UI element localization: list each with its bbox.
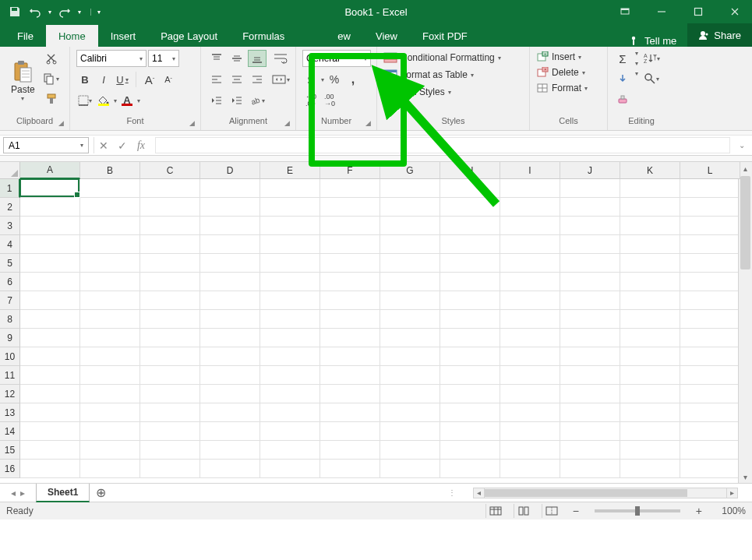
grow-font-button[interactable]: Aˆ [141,71,158,88]
tab-review[interactable]: ew [306,25,363,47]
format-painter-button[interactable] [43,90,60,107]
cell[interactable] [140,235,200,254]
cell[interactable] [80,460,140,478]
cell[interactable] [80,441,140,460]
cell[interactable] [20,254,80,273]
font-size-select[interactable]: 11▾ [148,50,179,67]
column-header[interactable]: B [80,162,140,179]
cell[interactable] [140,403,200,422]
cell[interactable] [680,235,740,254]
paste-button[interactable]: Paste ▾ [6,50,40,112]
cell[interactable] [260,273,320,291]
cell[interactable] [620,347,680,366]
align-middle-button[interactable] [228,50,246,67]
number-launcher-icon[interactable]: ◢ [365,119,375,129]
cell[interactable] [440,329,500,347]
cell[interactable] [380,273,440,291]
cell[interactable] [200,403,260,422]
row-header[interactable]: 5 [0,254,20,273]
cell[interactable] [500,254,560,273]
cell[interactable] [140,254,200,273]
cell[interactable] [440,347,500,366]
cell[interactable] [140,310,200,329]
column-header[interactable]: F [320,162,380,179]
cell[interactable] [20,329,80,347]
cell[interactable] [320,179,380,198]
cell[interactable] [200,217,260,235]
column-header[interactable]: K [620,162,680,179]
increase-indent-button[interactable] [228,92,246,109]
cell[interactable] [260,198,320,217]
scroll-right-icon[interactable]: ▸ [726,488,737,498]
align-left-button[interactable] [207,71,226,88]
cell[interactable] [80,366,140,385]
underline-button[interactable]: U▾ [114,71,131,88]
insert-cells-button[interactable]: + Insert ▾ [536,50,581,64]
cell[interactable] [260,460,320,478]
cell[interactable] [500,179,560,198]
cell[interactable] [320,347,380,366]
font-color-button[interactable]: A [118,92,136,109]
cell[interactable] [320,291,380,310]
cell[interactable] [680,441,740,460]
cell[interactable] [380,422,440,441]
cell[interactable] [560,422,620,441]
cell[interactable] [20,385,80,403]
cell[interactable] [440,291,500,310]
normal-view-button[interactable] [485,504,506,518]
column-header[interactable]: E [260,162,320,179]
cell[interactable] [260,403,320,422]
row-header[interactable]: 16 [0,460,20,478]
cell[interactable] [140,441,200,460]
share-button[interactable]: Share [687,23,752,47]
column-header[interactable]: H [440,162,500,179]
cell[interactable] [380,329,440,347]
cell[interactable] [80,291,140,310]
cell[interactable] [620,291,680,310]
fill-color-dropdown[interactable]: ▾ [114,97,117,104]
cell[interactable] [20,310,80,329]
cell[interactable] [380,385,440,403]
cell[interactable] [440,179,500,198]
expand-formula-bar-icon[interactable]: ⌄ [735,141,749,150]
page-break-view-button[interactable] [542,504,562,518]
cell[interactable] [260,254,320,273]
cell[interactable] [560,441,620,460]
row-header[interactable]: 7 [0,291,20,310]
cell[interactable] [500,291,560,310]
new-sheet-button[interactable]: ⊕ [90,485,111,500]
cell[interactable] [260,235,320,254]
cells-area[interactable] [20,179,740,478]
cell[interactable] [620,198,680,217]
cell[interactable] [680,385,740,403]
cell[interactable] [380,347,440,366]
cell[interactable] [260,385,320,403]
cell[interactable] [200,460,260,478]
zoom-out-button[interactable]: − [570,505,582,517]
cell[interactable] [500,217,560,235]
cell[interactable] [440,254,500,273]
autosum-dropdown[interactable]: ▾ [635,50,638,57]
cell[interactable] [560,403,620,422]
format-cells-button[interactable]: Format ▾ [536,81,588,95]
cell[interactable] [20,441,80,460]
cell[interactable] [320,441,380,460]
tab-home[interactable]: Home [46,25,98,47]
cell[interactable] [440,403,500,422]
tab-scroll-resizer[interactable]: ⋮ [448,488,456,497]
cell[interactable] [500,441,560,460]
cell[interactable] [440,273,500,291]
tab-formulas[interactable]: Formulas [230,25,306,47]
qat-customize-icon[interactable]: ▾ [90,9,101,16]
minimize-button[interactable] [644,0,679,23]
cell[interactable] [560,347,620,366]
cell[interactable] [320,329,380,347]
column-header[interactable]: I [500,162,560,179]
save-icon[interactable] [8,5,22,19]
cell[interactable] [320,198,380,217]
cell[interactable] [680,366,740,385]
cell[interactable] [320,422,380,441]
fill-button[interactable] [614,70,631,87]
autosum-button[interactable]: Σ [614,50,631,67]
cell-styles-button[interactable]: Cell Styles ▾ [383,84,451,100]
